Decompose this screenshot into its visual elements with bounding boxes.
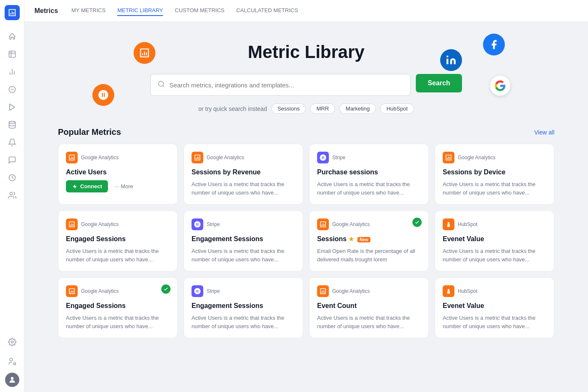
quick-search: or try quick search instead Sessions MRR… xyxy=(58,103,554,114)
card-logo xyxy=(192,218,203,230)
svg-point-8 xyxy=(9,121,15,124)
popular-metrics-section: Popular Metrics View all Google Analytic… xyxy=(24,127,588,348)
metric-card-ga-active-users[interactable]: Google Analytics Active Users Connect ··… xyxy=(58,144,178,205)
card-logo xyxy=(443,218,454,230)
card-desc: Active Users is a metric that tracks the… xyxy=(317,180,421,197)
card-source: Stripe xyxy=(207,221,220,227)
card-header: Google Analytics xyxy=(66,152,170,163)
quick-tag-marketing[interactable]: Marketing xyxy=(339,103,376,114)
card-title: Engagement Sessions xyxy=(192,302,295,310)
card-desc: Active Users is a metric that tracks the… xyxy=(192,247,295,263)
tab-calculated-metrics[interactable]: CALCULATED METRICS xyxy=(236,5,298,16)
sidebar-item-home[interactable] xyxy=(4,29,20,45)
card-title: Active Users xyxy=(66,168,170,176)
table-icon xyxy=(8,50,16,58)
card-source: Google Analytics xyxy=(81,155,118,160)
metric-card-stripe-engagement-sessions-2[interactable]: Stripe Engagement Sessions Active Users … xyxy=(184,277,303,338)
metric-card-ga-sessions-new[interactable]: Google Analytics Sessions ★ New Email Op… xyxy=(309,210,429,271)
bell-icon xyxy=(8,138,16,147)
search-input[interactable] xyxy=(169,82,404,89)
metric-card-ga-sessions-device[interactable]: Google Analytics Sessions by Device Acti… xyxy=(435,144,554,205)
tab-custom-metrics[interactable]: CUSTOM METRICS xyxy=(175,5,224,16)
svg-point-10 xyxy=(10,192,13,195)
content-area: Metric Library Search or try quick searc… xyxy=(24,22,588,392)
tab-my-metrics[interactable]: MY METRICS xyxy=(71,5,105,16)
svg-rect-0 xyxy=(9,51,15,58)
float-icon-linkedin xyxy=(440,49,462,71)
sidebar-item-settings[interactable] xyxy=(4,334,20,350)
quick-search-label: or try quick search instead xyxy=(198,105,267,112)
card-logo xyxy=(317,152,329,163)
card-desc: Active Users is a metric that tracks the… xyxy=(443,314,546,330)
sidebar-item-history[interactable] xyxy=(4,170,20,186)
logo-icon xyxy=(8,8,17,17)
card-logo xyxy=(192,152,203,163)
search-button[interactable]: Search xyxy=(416,74,462,92)
metric-card-hs-evenet-value[interactable]: HubSpot Evenet Value Active Users is a m… xyxy=(435,210,554,271)
card-header: Stripe xyxy=(192,218,295,230)
stack-icon xyxy=(8,121,16,129)
card-header: Google Analytics xyxy=(443,152,546,163)
person-settings-icon xyxy=(8,357,16,366)
sidebar-item-revenue[interactable] xyxy=(4,82,20,97)
card-header: Stripe xyxy=(317,152,421,163)
svg-marker-7 xyxy=(10,104,15,110)
metric-card-ga-sessions-revenue[interactable]: Google Analytics Sessions by Revenue Act… xyxy=(184,144,303,205)
card-title: Sessions by Revenue xyxy=(192,168,295,176)
quick-tag-sessions[interactable]: Sessions xyxy=(271,103,306,114)
metrics-grid: Google Analytics Active Users Connect ··… xyxy=(58,144,554,338)
sidebar-item-data[interactable] xyxy=(4,117,20,133)
sidebar-item-analytics[interactable] xyxy=(4,64,20,80)
metric-card-ga-engaged-sessions[interactable]: Google Analytics Engaged Sessions Active… xyxy=(58,210,178,271)
card-source: Google Analytics xyxy=(332,221,370,227)
metric-card-ga-event-count[interactable]: Google Analytics Event Count Active User… xyxy=(309,277,429,338)
quick-tag-hubspot[interactable]: HubSpot xyxy=(380,103,414,114)
float-icon-facebook xyxy=(483,34,505,55)
card-desc: Active Users is a metric that tracks the… xyxy=(443,180,546,197)
card-title: Sessions by Device xyxy=(443,168,546,176)
sidebar-item-team[interactable] xyxy=(4,187,20,203)
card-logo xyxy=(443,152,454,163)
metric-card-stripe-purchase-sessions[interactable]: Stripe Purchase sessions Active Users is… xyxy=(309,144,429,205)
check-badge xyxy=(412,218,422,227)
card-header: Google Analytics xyxy=(66,285,170,297)
card-logo xyxy=(443,285,454,297)
float-icon-hubspot xyxy=(92,84,114,106)
sidebar-item-notifications[interactable] xyxy=(4,134,20,150)
hero-section: Metric Library Search or try quick searc… xyxy=(24,22,588,127)
svg-point-14 xyxy=(10,377,13,380)
card-logo xyxy=(317,218,329,230)
metric-card-hs-evenet-value-2[interactable]: HubSpot Evenet Value Active Users is a m… xyxy=(435,277,554,338)
top-navigation: Metrics MY METRICS METRIC LIBRARY CUSTOM… xyxy=(24,0,588,22)
user-avatar[interactable] xyxy=(5,373,19,387)
card-header: Google Analytics xyxy=(317,285,421,297)
sidebar-item-dashboard[interactable] xyxy=(4,46,20,62)
check-badge xyxy=(161,284,171,294)
connect-button[interactable]: Connect xyxy=(66,180,108,192)
card-header: HubSpot xyxy=(443,218,546,230)
clock-icon xyxy=(8,174,16,182)
more-button[interactable]: ··· More xyxy=(111,180,136,192)
card-logo xyxy=(66,285,78,297)
gear-icon xyxy=(8,338,16,346)
app-logo[interactable] xyxy=(5,5,20,20)
card-title: Evenet Value xyxy=(443,302,546,310)
sidebar-item-profile-settings[interactable] xyxy=(4,353,20,369)
card-header: HubSpot xyxy=(443,285,546,297)
svg-line-16 xyxy=(163,85,164,87)
card-desc: Email Open Rate is the percentage of all… xyxy=(317,247,421,263)
tab-metric-library[interactable]: METRIC LIBRARY xyxy=(117,5,163,16)
card-header: Google Analytics xyxy=(66,218,170,230)
metric-card-ga-engaged-sessions-2[interactable]: Google Analytics Engaged Sessions Active… xyxy=(58,277,178,338)
star-icon: ★ xyxy=(349,236,354,242)
search-bar xyxy=(150,74,411,96)
sidebar-item-messages[interactable] xyxy=(4,152,20,168)
metric-card-stripe-engagement-sessions[interactable]: Stripe Engagement Sessions Active Users … xyxy=(184,210,303,271)
quick-tag-mrr[interactable]: MRR xyxy=(310,103,335,114)
card-desc: Active Users is a metric that tracks the… xyxy=(66,314,170,330)
sidebar-item-media[interactable] xyxy=(4,99,20,115)
search-row: Search xyxy=(58,74,554,96)
play-icon xyxy=(8,103,16,111)
view-all-link[interactable]: View all xyxy=(534,129,554,136)
section-header: Popular Metrics View all xyxy=(58,127,554,137)
